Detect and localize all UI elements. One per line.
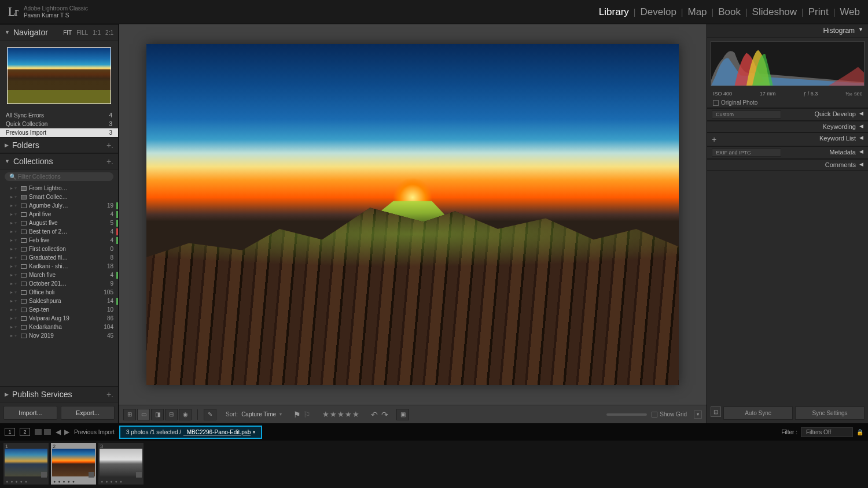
filmstrip-thumb[interactable]: 3● ● ● ● ● — [98, 443, 144, 485]
add-icon[interactable]: +. — [106, 141, 113, 149]
zoom-1-1[interactable]: 1:1 — [93, 29, 101, 36]
aperture-value: ƒ / 6.3 — [803, 91, 818, 97]
shutter-value: ¹⁄₄₀ sec — [845, 91, 862, 97]
keyword-list-header[interactable]: + Keyword List◀ — [707, 132, 868, 146]
metadata-header[interactable]: EXIF and IPTC Metadata◀ — [707, 146, 868, 159]
catalog-row[interactable]: Quick Collection3 — [0, 120, 118, 128]
collection-item[interactable]: ▸▾Kadkani - shi…18 — [0, 262, 118, 271]
qd-preset-dropdown[interactable]: Custom — [712, 110, 781, 119]
histogram-header[interactable]: Histogram ▼ — [707, 24, 868, 38]
collection-item[interactable]: ▸▾Sep-ten10 — [0, 305, 118, 314]
badge-icon — [136, 472, 142, 478]
filmstrip-thumb[interactable]: 2● ● ● ● ● — [51, 443, 96, 485]
flag-reject-icon[interactable]: ⚐ — [303, 410, 311, 419]
app-title: Adobe Lightroom Classic Pavan Kumar T S — [24, 5, 88, 19]
navigator-preview[interactable] — [0, 40, 118, 111]
grid-view-icon[interactable]: ⊞ — [123, 409, 136, 420]
collection-item[interactable]: ▸▾From Lightro… — [0, 184, 118, 193]
badge-icon — [89, 472, 94, 478]
collection-icon — [21, 230, 27, 234]
module-print[interactable]: Print — [808, 6, 829, 18]
chevron-down-icon: ▼ — [5, 158, 10, 164]
auto-sync-button[interactable]: Auto Sync — [723, 406, 793, 420]
zoom-fill[interactable]: FILL — [76, 29, 88, 36]
sync-settings-button[interactable]: Sync Settings — [795, 406, 865, 420]
show-grid-checkbox[interactable] — [652, 412, 657, 417]
add-icon[interactable]: +. — [106, 390, 113, 398]
collection-icon — [21, 238, 27, 243]
collection-item[interactable]: ▸▾April five4 — [0, 210, 118, 219]
collections-list: ▸▾From Lightro…▸▾Smart Collec…▸▾Agumbe J… — [0, 184, 118, 340]
publish-header[interactable]: ▶ Publish Services +. — [0, 386, 118, 402]
original-photo-toggle[interactable]: Original Photo — [707, 98, 868, 108]
rotate-cw-icon[interactable]: ↷ — [381, 410, 388, 419]
module-library[interactable]: Library — [599, 6, 629, 18]
collection-item[interactable]: ▸▾Agumbe July…19 — [0, 201, 118, 210]
histogram-meta: ISO 400 17 mm ƒ / 6.3 ¹⁄₄₀ sec — [707, 90, 868, 98]
collection-item[interactable]: ▸▾Graduated fil…8 — [0, 253, 118, 262]
module-web[interactable]: Web — [840, 6, 860, 18]
people-view-icon[interactable]: ◉ — [179, 409, 192, 420]
selection-status[interactable]: 3 photos /1 selected / _MBC2296-Pano-Edi… — [119, 426, 262, 439]
collections-filter-input[interactable]: 🔍 Filter Collections — [5, 172, 113, 181]
module-map[interactable]: Map — [687, 6, 707, 18]
toolbar-menu-icon[interactable]: ▾ — [694, 411, 702, 419]
collection-item[interactable]: ▸▾First collection0 — [0, 245, 118, 253]
painter-icon[interactable]: ✎ — [204, 409, 216, 420]
collection-item[interactable]: ▸▾Office holi105 — [0, 288, 118, 297]
zoom-fit[interactable]: FIT — [63, 29, 72, 36]
rotate-ccw-icon[interactable]: ↶ — [371, 410, 378, 419]
layout-icons[interactable] — [35, 429, 51, 435]
comments-header[interactable]: Comments◀ — [707, 159, 868, 171]
thumb-size-slider[interactable] — [606, 413, 647, 416]
module-develop[interactable]: Develop — [640, 6, 676, 18]
monitor-2-icon[interactable]: 2 — [20, 428, 30, 436]
monitor-1-icon[interactable]: 1 — [5, 428, 15, 436]
navigator-zoom[interactable]: FIT FILL 1:1 2:1 — [63, 29, 113, 36]
catalog-row[interactable]: All Sync Errors4 — [0, 111, 118, 120]
face-tag-icon[interactable]: ▣ — [396, 409, 409, 420]
collection-item[interactable]: ▸▾Best ten of 2…4 — [0, 227, 118, 236]
filmstrip[interactable]: 1● ● ● ● ●2● ● ● ● ●3● ● ● ● ● — [0, 441, 868, 488]
export-button[interactable]: Export... — [61, 406, 115, 420]
sort-label: Sort: — [226, 411, 238, 417]
collection-icon — [21, 325, 27, 330]
catalog-row-selected[interactable]: Previous Import3 — [0, 128, 118, 137]
collection-item[interactable]: ▸▾October 201…9 — [0, 279, 118, 288]
secondary-nav: 1 2 ◀▶ Previous Import 3 photos /1 selec… — [0, 423, 868, 441]
sync-toggle[interactable]: ⊡ — [711, 406, 721, 417]
module-slideshow[interactable]: Slideshow — [752, 6, 797, 18]
collection-item[interactable]: ▸▾Valparai Aug 1986 — [0, 314, 118, 323]
collection-item[interactable]: ▸▾Kedarkantha104 — [0, 323, 118, 331]
image-viewer[interactable] — [119, 24, 707, 405]
collection-icon — [21, 247, 27, 252]
collection-item[interactable]: ▸▾Nov 201945 — [0, 331, 118, 340]
folders-header[interactable]: ▶ Folders +. — [0, 137, 118, 153]
module-book[interactable]: Book — [718, 6, 741, 18]
loupe-view-icon[interactable]: ▭ — [137, 409, 150, 420]
compare-view-icon[interactable]: ◨ — [151, 409, 164, 420]
sort-dropdown[interactable]: Capture Time — [241, 411, 276, 417]
collections-header[interactable]: ▼ Collections +. — [0, 153, 118, 169]
import-button[interactable]: Import... — [3, 406, 57, 420]
survey-view-icon[interactable]: ⊟ — [165, 409, 178, 420]
histogram[interactable] — [711, 41, 865, 86]
filter-lock-icon[interactable]: 🔒 — [856, 429, 863, 435]
collection-item[interactable]: ▸▾August five5 — [0, 219, 118, 227]
add-icon[interactable]: +. — [106, 157, 113, 165]
zoom-2-1[interactable]: 2:1 — [105, 29, 113, 36]
rating-stars[interactable]: ★★★★★ — [322, 410, 359, 419]
metadata-preset-dropdown[interactable]: EXIF and IPTC — [712, 149, 781, 157]
flag-pick-icon[interactable]: ⚑ — [293, 410, 301, 419]
filter-dropdown[interactable]: Filters Off — [801, 427, 853, 437]
collection-item[interactable]: ▸▾Smart Collec… — [0, 193, 118, 201]
collection-item[interactable]: ▸▾Sakleshpura14 — [0, 297, 118, 305]
navigator-header[interactable]: ▼ Navigator FIT FILL 1:1 2:1 — [0, 24, 118, 40]
collection-item[interactable]: ▸▾Feb five4 — [0, 236, 118, 245]
collection-item[interactable]: ▸▾March five4 — [0, 271, 118, 279]
keywording-header[interactable]: Keywording◀ — [707, 121, 868, 132]
nav-arrows[interactable]: ◀▶ — [56, 428, 69, 436]
breadcrumb[interactable]: Previous Import — [74, 429, 115, 435]
quick-develop-header[interactable]: Custom Quick Develop◀ — [707, 108, 868, 121]
filmstrip-thumb[interactable]: 1● ● ● ● ● — [3, 443, 49, 485]
